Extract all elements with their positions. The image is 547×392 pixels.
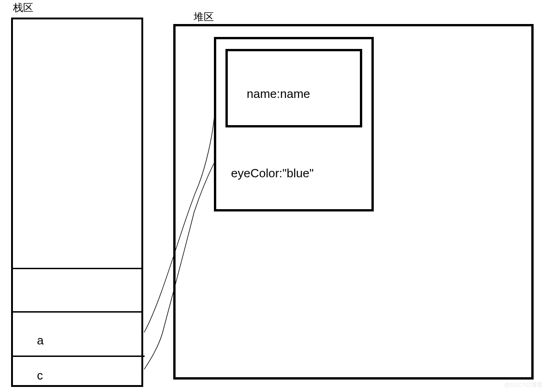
stack-divider: [12, 311, 143, 313]
stack-slot-c: c: [37, 368, 43, 383]
stack-divider: [12, 268, 141, 269]
stack-divider: [11, 356, 145, 357]
object-eyecolor-field: eyeColor:"blue": [231, 166, 314, 181]
memory-diagram: 栈区 堆区 a c name:name eyeColor:"blue" @51C…: [0, 0, 547, 392]
heap-area-label: 堆区: [194, 10, 214, 24]
object-name-field: name:name: [247, 87, 310, 101]
watermark: @51CTO博客: [504, 381, 543, 389]
stack-box: [11, 18, 143, 387]
stack-slot-a: a: [37, 333, 43, 348]
stack-area-label: 栈区: [13, 1, 33, 15]
